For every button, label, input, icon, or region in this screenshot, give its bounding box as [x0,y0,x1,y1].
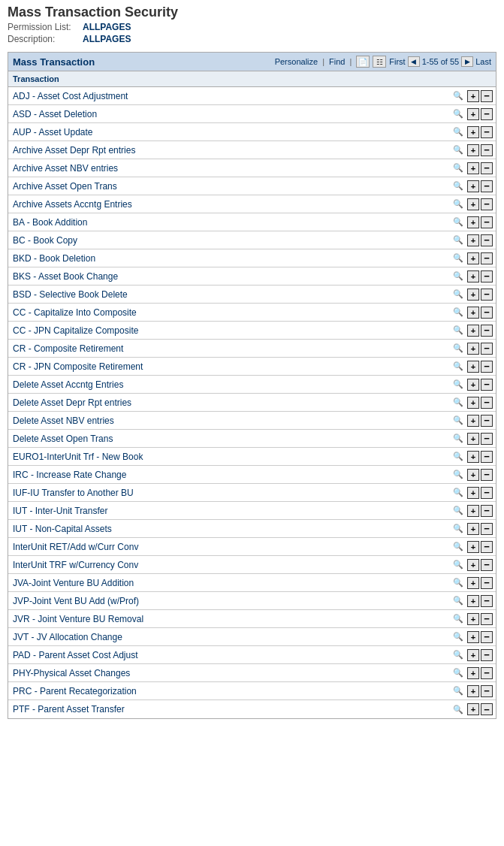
transaction-link[interactable]: PRC - Parent Recategorization [8,684,448,699]
remove-row-button[interactable]: − [481,252,493,264]
remove-row-button[interactable]: − [481,289,493,301]
search-icon-btn[interactable]: 🔍 [451,198,466,211]
remove-row-button[interactable]: − [481,307,493,319]
add-row-button[interactable]: + [467,667,479,679]
add-row-button[interactable]: + [467,108,479,120]
remove-row-button[interactable]: − [481,144,493,156]
search-icon-btn[interactable]: 🔍 [451,630,466,644]
remove-row-button[interactable]: − [481,126,493,138]
transaction-link[interactable]: Delete Asset Depr Rpt entries [8,395,448,410]
search-icon-btn[interactable]: 🔍 [451,450,466,464]
add-row-button[interactable]: + [467,631,479,643]
search-icon-btn[interactable]: 🔍 [451,468,466,482]
search-icon-btn[interactable]: 🔍 [451,162,466,175]
search-icon-btn[interactable]: 🔍 [451,666,466,680]
transaction-link[interactable]: BSD - Selective Book Delete [8,287,448,302]
remove-row-button[interactable]: − [481,559,493,571]
transaction-link[interactable]: IRC - Increase Rate Change [8,467,448,482]
transaction-link[interactable]: JVR - Joint Venture BU Removal [8,612,448,627]
remove-row-button[interactable]: − [481,343,493,355]
transaction-link[interactable]: BA - Book Addition [8,215,448,230]
transaction-link[interactable]: JVT - JV Allocation Change [8,630,448,645]
transaction-link[interactable]: PTF - Parent Asset Transfer [8,702,448,717]
add-row-button[interactable]: + [467,613,479,625]
search-icon-btn[interactable]: 🔍 [451,414,466,428]
transaction-link[interactable]: Archive Asset NBV entries [8,161,448,176]
transaction-link[interactable]: PHY-Physical Asset Changes [8,666,448,681]
add-row-button[interactable]: + [467,307,479,319]
search-icon-btn[interactable]: 🔍 [451,89,466,103]
search-icon-btn[interactable]: 🔍 [451,252,466,265]
transaction-link[interactable]: Archive Assets Accntg Entries [8,197,448,212]
add-row-button[interactable]: + [467,252,479,264]
add-row-button[interactable]: + [467,216,479,228]
view-icon-btn[interactable]: 📄 [356,56,370,68]
add-row-button[interactable]: + [467,343,479,355]
add-row-button[interactable]: + [467,126,479,138]
find-link[interactable]: Find [329,57,345,66]
search-icon-btn[interactable]: 🔍 [451,648,466,662]
add-row-button[interactable]: + [467,649,479,661]
search-icon-btn[interactable]: 🔍 [451,702,466,716]
transaction-link[interactable]: EURO1-InterUnit Trf - New Book [8,449,448,464]
search-icon-btn[interactable]: 🔍 [451,144,466,157]
transaction-link[interactable]: Delete Asset Open Trans [8,431,448,446]
remove-row-button[interactable]: − [481,685,493,697]
transaction-link[interactable]: ADJ - Asset Cost Adjustment [8,89,448,104]
transaction-link[interactable]: InterUnit TRF w/Currency Conv [8,557,448,573]
remove-row-button[interactable]: − [481,523,493,535]
transaction-link[interactable]: BKS - Asset Book Change [8,269,448,284]
nav-prev-btn[interactable]: ◀ [408,56,420,67]
search-icon-btn[interactable]: 🔍 [451,540,466,554]
add-row-button[interactable]: + [467,90,479,102]
search-icon-btn[interactable]: 🔍 [451,594,466,608]
add-row-button[interactable]: + [467,289,479,301]
transaction-link[interactable]: BC - Book Copy [8,233,448,248]
add-row-button[interactable]: + [467,234,479,246]
transaction-link[interactable]: Archive Asset Depr Rpt entries [8,143,448,158]
remove-row-button[interactable]: − [481,703,493,715]
grid-icon-btn[interactable]: ☷ [373,56,386,68]
transaction-link[interactable]: ASD - Asset Deletion [8,107,448,122]
add-row-button[interactable]: + [467,685,479,697]
search-icon-btn[interactable]: 🔍 [451,107,466,121]
transaction-link[interactable]: IUT - Inter-Unit Transfer [8,503,448,518]
add-row-button[interactable]: + [467,270,479,283]
remove-row-button[interactable]: − [481,270,493,283]
add-row-button[interactable]: + [467,144,479,156]
personalize-link[interactable]: Personalize [275,57,318,66]
add-row-button[interactable]: + [467,487,479,499]
transaction-link[interactable]: IUT - Non-Capital Assets [8,521,448,536]
add-row-button[interactable]: + [467,379,479,391]
transaction-link[interactable]: CC - Capitalize Into Composite [8,305,448,320]
add-row-button[interactable]: + [467,577,479,589]
add-row-button[interactable]: + [467,198,479,210]
nav-next-btn[interactable]: ▶ [461,56,473,67]
add-row-button[interactable]: + [467,415,479,427]
remove-row-button[interactable]: − [481,108,493,120]
add-row-button[interactable]: + [467,397,479,409]
search-icon-btn[interactable]: 🔍 [451,234,466,247]
remove-row-button[interactable]: − [481,577,493,589]
search-icon-btn[interactable]: 🔍 [451,306,466,319]
search-icon-btn[interactable]: 🔍 [451,576,466,590]
search-icon-btn[interactable]: 🔍 [451,612,466,626]
add-row-button[interactable]: + [467,433,479,445]
transaction-link[interactable]: IUF-IU Transfer to Another BU [8,485,448,500]
search-icon-btn[interactable]: 🔍 [451,324,466,337]
remove-row-button[interactable]: − [481,216,493,228]
add-row-button[interactable]: + [467,559,479,571]
remove-row-button[interactable]: − [481,198,493,210]
add-row-button[interactable]: + [467,180,479,192]
remove-row-button[interactable]: − [481,162,493,174]
transaction-link[interactable]: AUP - Asset Update [8,125,448,140]
search-icon-btn[interactable]: 🔍 [451,522,466,536]
search-icon-btn[interactable]: 🔍 [451,180,466,193]
remove-row-button[interactable]: − [481,90,493,102]
remove-row-button[interactable]: − [481,234,493,246]
add-row-button[interactable]: + [467,595,479,607]
search-icon-btn[interactable]: 🔍 [451,432,466,446]
transaction-link[interactable]: Delete Asset NBV entries [8,413,448,428]
search-icon-btn[interactable]: 🔍 [451,504,466,518]
remove-row-button[interactable]: − [481,649,493,661]
